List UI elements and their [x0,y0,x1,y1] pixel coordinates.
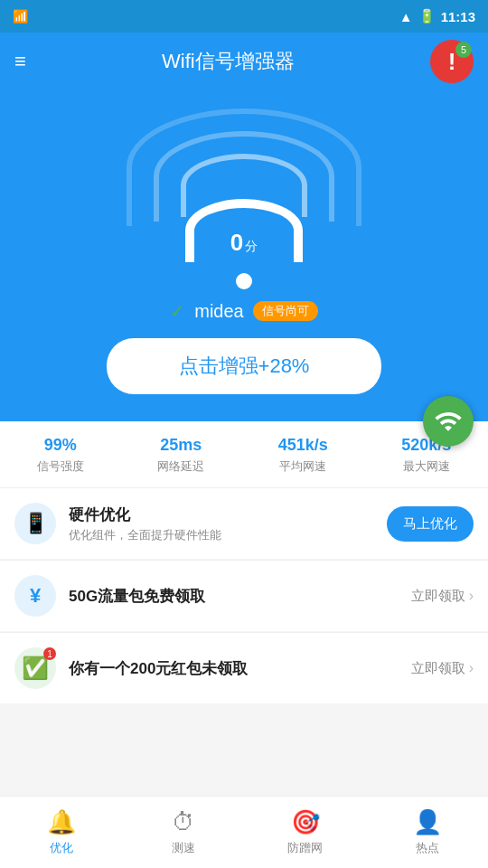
score-display: 0 分 [230,229,258,257]
alert-button[interactable]: ! 5 [430,40,474,83]
guard-label: 防蹭网 [287,840,323,856]
nav-speedtest[interactable]: ⏱ 测速 [122,808,244,856]
float-wifi-icon [434,407,463,436]
status-bar-left: 📶 [13,9,28,24]
bottom-nav: 🔔 优化 ⏱ 测速 🎯 防蹭网 👤 热点 [0,796,488,868]
flow-title: 50G流量包免费领取 [69,586,399,607]
redpack-icon: ✅ 1 [14,647,56,689]
flow-action-link[interactable]: 立即领取 › [411,588,474,605]
optimize-icon: 🔔 [47,808,76,836]
flow-icon-symbol: ¥ [30,584,41,608]
stat-max-speed-label: 最大网速 [403,458,450,475]
alert-badge: 5 [455,42,472,58]
flow-action-label: 立即领取 [411,588,465,605]
redpack-icon-symbol: ✅ [22,656,49,681]
nav-guard[interactable]: 🎯 防蹭网 [244,808,366,856]
header: ≡ Wifi信号增强器 ! 5 [0,33,488,90]
stat-signal-label: 信号强度 [37,458,84,475]
guard-icon: 🎯 [291,808,320,836]
boost-button[interactable]: 点击增强+28% [107,338,382,394]
status-bar: 📶 ▲ 🔋 11:13 [0,0,488,33]
optimize-label: 优化 [50,840,73,856]
hardware-title: 硬件优化 [69,505,374,525]
wifi-name-label: midea [194,301,243,322]
app-title: Wifi信号增强器 [26,48,430,75]
score-unit: 分 [245,239,258,255]
hardware-desc: 优化组件，全面提升硬件性能 [69,527,374,543]
redpack-chevron-icon: › [469,660,474,676]
hotspot-icon: 👤 [413,808,442,836]
battery-icon: 🔋 [418,8,436,24]
wifi-name-row: ✓ midea 信号尚可 [170,300,317,322]
wifi-dot [236,273,252,289]
exclamation-icon: ! [448,48,456,76]
stat-latency-value: 25ms [160,436,202,455]
redpack-action-link[interactable]: 立即领取 › [411,660,474,677]
menu-icon[interactable]: ≡ [14,50,26,73]
redpack-title: 你有一个200元红包未领取 [69,658,399,679]
cards-container: 📱 硬件优化 优化组件，全面提升硬件性能 马上优化 ¥ 50G流量包免费领取 立… [0,488,488,703]
redpack-action-label: 立即领取 [411,660,465,677]
checkmark-icon: ✓ [170,300,185,322]
wifi-main-icon: 0 分 [185,199,303,289]
stat-signal: 99% 信号强度 [37,436,84,475]
status-bar-right: ▲ 🔋 11:13 [399,8,475,24]
redpack-badge: 1 [43,647,56,660]
card-hardware: 📱 硬件优化 优化组件，全面提升硬件性能 马上优化 [0,488,488,559]
stat-latency-label: 网络延迟 [157,458,204,475]
hardware-optimize-button[interactable]: 马上优化 [387,506,474,542]
card-redpack: ✅ 1 你有一个200元红包未领取 立即领取 › [0,633,488,703]
signal-icon: ▲ [399,9,413,24]
redpack-info: 你有一个200元红包未领取 [69,658,399,679]
wifi-visual: 0 分 [127,108,361,289]
stats-wrap: 99% 信号强度 25ms 网络延迟 451k/s 平均网速 520k/s 最大… [0,421,488,488]
hardware-icon-symbol: 📱 [23,512,48,535]
float-wifi-button[interactable] [423,396,474,447]
card-flow: ¥ 50G流量包免费领取 立即领取 › [0,561,488,631]
flow-icon: ¥ [14,575,56,617]
nav-hotspot[interactable]: 👤 热点 [366,808,488,856]
flow-info: 50G流量包免费领取 [69,586,399,607]
hardware-icon: 📱 [14,503,56,544]
nav-optimize[interactable]: 🔔 优化 [0,808,122,856]
speedtest-icon: ⏱ [172,808,195,836]
status-time: 11:13 [441,9,475,24]
hardware-info: 硬件优化 优化组件，全面提升硬件性能 [69,505,374,543]
wifi-status-icon: 📶 [13,9,28,24]
wifi-section: 0 分 ✓ midea 信号尚可 点击增强+28% [0,90,488,421]
stat-signal-value: 99% [44,436,77,455]
score-number: 0 [230,229,243,257]
speedtest-label: 测速 [172,840,195,856]
stats-row: 99% 信号强度 25ms 网络延迟 451k/s 平均网速 520k/s 最大… [0,421,488,488]
stat-avg-speed: 451k/s 平均网速 [278,436,328,475]
hotspot-label: 热点 [416,840,439,856]
stat-latency: 25ms 网络延迟 [157,436,204,475]
flow-chevron-icon: › [469,588,474,604]
stat-avg-speed-value: 451k/s [278,436,328,455]
stat-avg-speed-label: 平均网速 [279,458,326,475]
signal-status-badge: 信号尚可 [253,301,318,321]
